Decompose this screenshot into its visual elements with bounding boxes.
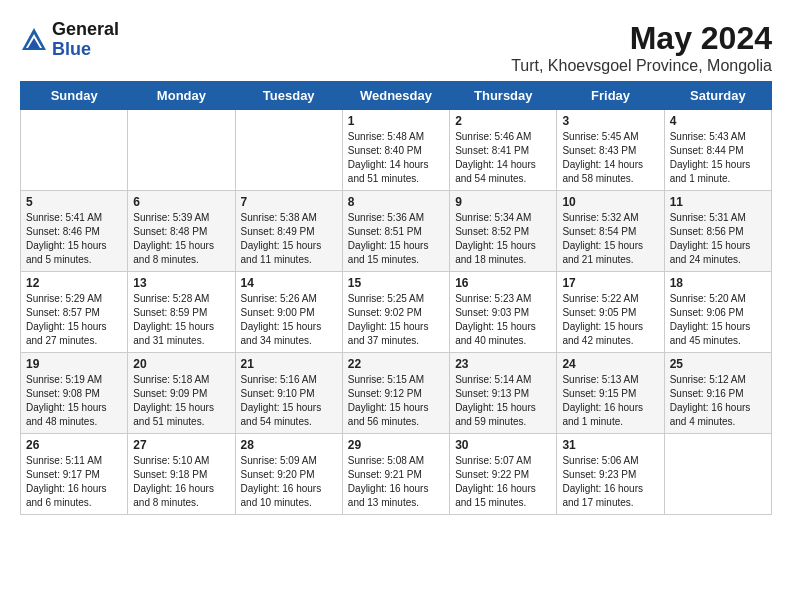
calendar-body: 1Sunrise: 5:48 AM Sunset: 8:40 PM Daylig… (21, 110, 772, 515)
day-info: Sunrise: 5:16 AM Sunset: 9:10 PM Dayligh… (241, 373, 337, 429)
calendar-cell: 6Sunrise: 5:39 AM Sunset: 8:48 PM Daylig… (128, 191, 235, 272)
day-info: Sunrise: 5:29 AM Sunset: 8:57 PM Dayligh… (26, 292, 122, 348)
day-number: 27 (133, 438, 229, 452)
day-info: Sunrise: 5:43 AM Sunset: 8:44 PM Dayligh… (670, 130, 766, 186)
logo-general: General (52, 20, 119, 40)
day-number: 29 (348, 438, 444, 452)
calendar-week-row: 1Sunrise: 5:48 AM Sunset: 8:40 PM Daylig… (21, 110, 772, 191)
calendar-week-row: 12Sunrise: 5:29 AM Sunset: 8:57 PM Dayli… (21, 272, 772, 353)
calendar-week-row: 19Sunrise: 5:19 AM Sunset: 9:08 PM Dayli… (21, 353, 772, 434)
day-number: 21 (241, 357, 337, 371)
day-number: 1 (348, 114, 444, 128)
calendar-cell: 26Sunrise: 5:11 AM Sunset: 9:17 PM Dayli… (21, 434, 128, 515)
day-number: 30 (455, 438, 551, 452)
day-info: Sunrise: 5:19 AM Sunset: 9:08 PM Dayligh… (26, 373, 122, 429)
day-info: Sunrise: 5:28 AM Sunset: 8:59 PM Dayligh… (133, 292, 229, 348)
day-number: 24 (562, 357, 658, 371)
day-info: Sunrise: 5:15 AM Sunset: 9:12 PM Dayligh… (348, 373, 444, 429)
day-number: 8 (348, 195, 444, 209)
calendar-cell: 17Sunrise: 5:22 AM Sunset: 9:05 PM Dayli… (557, 272, 664, 353)
calendar-cell: 15Sunrise: 5:25 AM Sunset: 9:02 PM Dayli… (342, 272, 449, 353)
weekday-header-monday: Monday (128, 82, 235, 110)
day-number: 11 (670, 195, 766, 209)
day-number: 25 (670, 357, 766, 371)
day-number: 9 (455, 195, 551, 209)
calendar-cell: 31Sunrise: 5:06 AM Sunset: 9:23 PM Dayli… (557, 434, 664, 515)
day-number: 15 (348, 276, 444, 290)
calendar-cell: 14Sunrise: 5:26 AM Sunset: 9:00 PM Dayli… (235, 272, 342, 353)
day-number: 31 (562, 438, 658, 452)
calendar-cell: 1Sunrise: 5:48 AM Sunset: 8:40 PM Daylig… (342, 110, 449, 191)
day-info: Sunrise: 5:38 AM Sunset: 8:49 PM Dayligh… (241, 211, 337, 267)
calendar-cell: 8Sunrise: 5:36 AM Sunset: 8:51 PM Daylig… (342, 191, 449, 272)
day-number: 14 (241, 276, 337, 290)
day-info: Sunrise: 5:26 AM Sunset: 9:00 PM Dayligh… (241, 292, 337, 348)
day-info: Sunrise: 5:08 AM Sunset: 9:21 PM Dayligh… (348, 454, 444, 510)
calendar-cell: 23Sunrise: 5:14 AM Sunset: 9:13 PM Dayli… (450, 353, 557, 434)
calendar-cell: 3Sunrise: 5:45 AM Sunset: 8:43 PM Daylig… (557, 110, 664, 191)
day-info: Sunrise: 5:34 AM Sunset: 8:52 PM Dayligh… (455, 211, 551, 267)
day-number: 17 (562, 276, 658, 290)
calendar-cell: 16Sunrise: 5:23 AM Sunset: 9:03 PM Dayli… (450, 272, 557, 353)
day-number: 4 (670, 114, 766, 128)
day-info: Sunrise: 5:41 AM Sunset: 8:46 PM Dayligh… (26, 211, 122, 267)
day-info: Sunrise: 5:18 AM Sunset: 9:09 PM Dayligh… (133, 373, 229, 429)
weekday-header-saturday: Saturday (664, 82, 771, 110)
month-year-title: May 2024 (511, 20, 772, 57)
calendar-cell: 19Sunrise: 5:19 AM Sunset: 9:08 PM Dayli… (21, 353, 128, 434)
day-number: 3 (562, 114, 658, 128)
day-info: Sunrise: 5:23 AM Sunset: 9:03 PM Dayligh… (455, 292, 551, 348)
day-info: Sunrise: 5:20 AM Sunset: 9:06 PM Dayligh… (670, 292, 766, 348)
day-number: 23 (455, 357, 551, 371)
day-info: Sunrise: 5:22 AM Sunset: 9:05 PM Dayligh… (562, 292, 658, 348)
title-section: May 2024 Turt, Khoevsgoel Province, Mong… (511, 20, 772, 75)
calendar-cell: 30Sunrise: 5:07 AM Sunset: 9:22 PM Dayli… (450, 434, 557, 515)
page-header: General Blue May 2024 Turt, Khoevsgoel P… (20, 20, 772, 75)
day-info: Sunrise: 5:32 AM Sunset: 8:54 PM Dayligh… (562, 211, 658, 267)
calendar-header: SundayMondayTuesdayWednesdayThursdayFrid… (21, 82, 772, 110)
calendar-cell: 27Sunrise: 5:10 AM Sunset: 9:18 PM Dayli… (128, 434, 235, 515)
weekday-header-row: SundayMondayTuesdayWednesdayThursdayFrid… (21, 82, 772, 110)
calendar-cell: 12Sunrise: 5:29 AM Sunset: 8:57 PM Dayli… (21, 272, 128, 353)
day-number: 22 (348, 357, 444, 371)
day-info: Sunrise: 5:36 AM Sunset: 8:51 PM Dayligh… (348, 211, 444, 267)
logo-text: General Blue (52, 20, 119, 60)
day-number: 20 (133, 357, 229, 371)
day-info: Sunrise: 5:12 AM Sunset: 9:16 PM Dayligh… (670, 373, 766, 429)
calendar-week-row: 26Sunrise: 5:11 AM Sunset: 9:17 PM Dayli… (21, 434, 772, 515)
calendar-cell: 24Sunrise: 5:13 AM Sunset: 9:15 PM Dayli… (557, 353, 664, 434)
day-info: Sunrise: 5:46 AM Sunset: 8:41 PM Dayligh… (455, 130, 551, 186)
calendar-cell: 22Sunrise: 5:15 AM Sunset: 9:12 PM Dayli… (342, 353, 449, 434)
location-subtitle: Turt, Khoevsgoel Province, Mongolia (511, 57, 772, 75)
day-info: Sunrise: 5:48 AM Sunset: 8:40 PM Dayligh… (348, 130, 444, 186)
calendar-cell: 18Sunrise: 5:20 AM Sunset: 9:06 PM Dayli… (664, 272, 771, 353)
calendar-cell: 28Sunrise: 5:09 AM Sunset: 9:20 PM Dayli… (235, 434, 342, 515)
day-info: Sunrise: 5:13 AM Sunset: 9:15 PM Dayligh… (562, 373, 658, 429)
calendar-cell: 29Sunrise: 5:08 AM Sunset: 9:21 PM Dayli… (342, 434, 449, 515)
day-number: 12 (26, 276, 122, 290)
day-number: 28 (241, 438, 337, 452)
day-number: 2 (455, 114, 551, 128)
calendar-table: SundayMondayTuesdayWednesdayThursdayFrid… (20, 81, 772, 515)
calendar-cell: 21Sunrise: 5:16 AM Sunset: 9:10 PM Dayli… (235, 353, 342, 434)
day-number: 26 (26, 438, 122, 452)
weekday-header-sunday: Sunday (21, 82, 128, 110)
calendar-week-row: 5Sunrise: 5:41 AM Sunset: 8:46 PM Daylig… (21, 191, 772, 272)
day-info: Sunrise: 5:06 AM Sunset: 9:23 PM Dayligh… (562, 454, 658, 510)
calendar-cell: 20Sunrise: 5:18 AM Sunset: 9:09 PM Dayli… (128, 353, 235, 434)
calendar-cell (664, 434, 771, 515)
logo-blue: Blue (52, 40, 119, 60)
day-info: Sunrise: 5:10 AM Sunset: 9:18 PM Dayligh… (133, 454, 229, 510)
calendar-cell: 5Sunrise: 5:41 AM Sunset: 8:46 PM Daylig… (21, 191, 128, 272)
calendar-cell: 9Sunrise: 5:34 AM Sunset: 8:52 PM Daylig… (450, 191, 557, 272)
day-number: 13 (133, 276, 229, 290)
calendar-cell: 10Sunrise: 5:32 AM Sunset: 8:54 PM Dayli… (557, 191, 664, 272)
day-number: 5 (26, 195, 122, 209)
calendar-cell (21, 110, 128, 191)
calendar-cell: 4Sunrise: 5:43 AM Sunset: 8:44 PM Daylig… (664, 110, 771, 191)
day-info: Sunrise: 5:25 AM Sunset: 9:02 PM Dayligh… (348, 292, 444, 348)
calendar-cell: 2Sunrise: 5:46 AM Sunset: 8:41 PM Daylig… (450, 110, 557, 191)
day-info: Sunrise: 5:14 AM Sunset: 9:13 PM Dayligh… (455, 373, 551, 429)
day-number: 16 (455, 276, 551, 290)
day-number: 7 (241, 195, 337, 209)
